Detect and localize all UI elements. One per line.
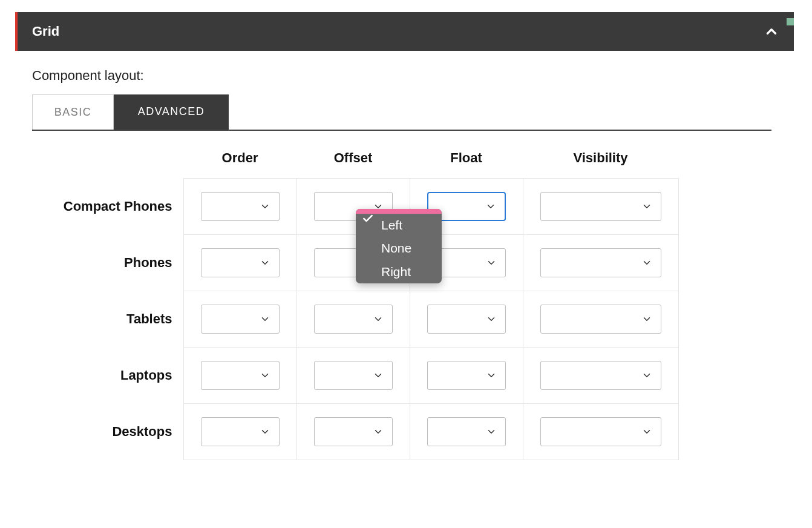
col-header-order: Order xyxy=(183,143,296,179)
offset-select-tablets[interactable] xyxy=(314,305,393,334)
chevron-down-icon xyxy=(373,314,384,325)
chevron-down-icon xyxy=(486,426,497,437)
row-label-tablets: Tablets xyxy=(32,291,183,348)
tabs: BASIC ADVANCED xyxy=(32,94,771,131)
float-select-laptops[interactable] xyxy=(427,361,506,390)
float-dropdown: Left None Right xyxy=(356,209,442,283)
panel-header[interactable]: Grid xyxy=(15,12,794,51)
float-option-label: Right xyxy=(381,265,411,279)
chevron-down-icon xyxy=(486,370,497,381)
col-header-offset: Offset xyxy=(296,143,410,179)
table-row: Desktops xyxy=(32,404,678,460)
order-select-compact-phones[interactable] xyxy=(201,192,280,221)
panel-title: Grid xyxy=(32,24,59,39)
chevron-down-icon xyxy=(641,426,652,437)
chevron-down-icon xyxy=(260,426,270,437)
corner-indicator-icon xyxy=(787,18,794,25)
offset-select-desktops[interactable] xyxy=(314,417,393,446)
order-select-tablets[interactable] xyxy=(201,305,280,334)
tab-basic[interactable]: BASIC xyxy=(32,94,114,130)
table-row: Laptops xyxy=(32,348,678,404)
row-label-phones: Phones xyxy=(32,235,183,291)
order-select-desktops[interactable] xyxy=(201,417,280,446)
table-row: Tablets xyxy=(32,291,678,348)
layout-table: Order Offset Float Visibility Compact Ph… xyxy=(32,143,679,460)
visibility-select-desktops[interactable] xyxy=(540,417,661,446)
chevron-down-icon xyxy=(373,426,384,437)
table-row: Compact Phones xyxy=(32,179,678,235)
order-select-laptops[interactable] xyxy=(201,361,280,390)
section-label: Component layout: xyxy=(32,68,794,84)
offset-select-laptops[interactable] xyxy=(314,361,393,390)
chevron-down-icon xyxy=(641,370,652,381)
chevron-down-icon xyxy=(260,314,270,325)
float-select-tablets[interactable] xyxy=(427,305,506,334)
float-option-none[interactable]: None xyxy=(356,237,442,260)
visibility-select-tablets[interactable] xyxy=(540,305,661,334)
float-option-left[interactable]: Left xyxy=(356,214,442,237)
tab-advanced[interactable]: ADVANCED xyxy=(114,94,229,130)
float-option-label: None xyxy=(381,241,411,255)
col-header-float: Float xyxy=(410,143,523,179)
visibility-select-compact-phones[interactable] xyxy=(540,192,661,221)
chevron-down-icon xyxy=(373,370,384,381)
chevron-down-icon xyxy=(260,201,270,212)
row-label-laptops: Laptops xyxy=(32,348,183,404)
chevron-down-icon xyxy=(485,201,496,212)
chevron-up-icon[interactable] xyxy=(764,24,779,39)
table-row: Phones xyxy=(32,235,678,291)
order-select-phones[interactable] xyxy=(201,248,280,277)
float-option-label: Left xyxy=(381,218,402,232)
visibility-select-laptops[interactable] xyxy=(540,361,661,390)
chevron-down-icon xyxy=(641,257,652,268)
chevron-down-icon xyxy=(260,257,270,268)
float-select-desktops[interactable] xyxy=(427,417,506,446)
float-option-right[interactable]: Right xyxy=(356,260,442,283)
float-option-blank[interactable] xyxy=(356,209,442,214)
chevron-down-icon xyxy=(260,370,270,381)
visibility-select-phones[interactable] xyxy=(540,248,661,277)
col-header-visibility: Visibility xyxy=(523,143,678,179)
chevron-down-icon xyxy=(641,201,652,212)
row-label-desktops: Desktops xyxy=(32,404,183,460)
chevron-down-icon xyxy=(486,314,497,325)
chevron-down-icon xyxy=(641,314,652,325)
row-label-compact-phones: Compact Phones xyxy=(32,179,183,235)
chevron-down-icon xyxy=(486,257,497,268)
